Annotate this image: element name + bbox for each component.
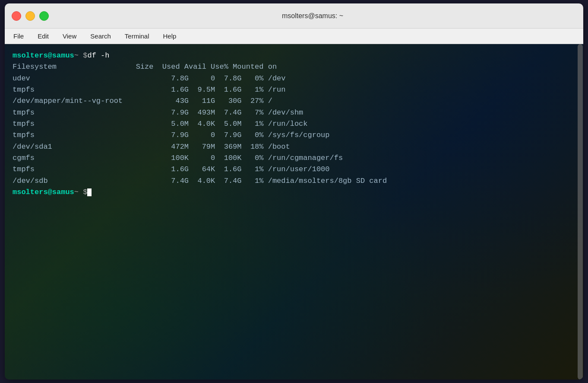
prompt-line-2: msolters@samus ~ $ <box>13 187 575 198</box>
titlebar: msolters@samus: ~ <box>5 3 583 29</box>
df-row: cgmfs 100K 0 100K 0% /run/cgmanager/fs <box>13 153 575 164</box>
df-row: tmpfs 7.9G 493M 7.4G 7% /dev/shm <box>13 107 575 118</box>
df-row: udev 7.8G 0 7.8G 0% /dev <box>13 73 575 84</box>
cursor <box>87 188 92 196</box>
df-row: tmpfs 7.9G 0 7.9G 0% /sys/fs/cgroup <box>13 130 575 141</box>
prompt-command-1: df -h <box>87 50 109 61</box>
menubar: File Edit View Search Terminal Help <box>5 29 583 44</box>
df-row: tmpfs 5.0M 4.0K 5.0M 1% /run/lock <box>13 118 575 130</box>
menu-edit[interactable]: Edit <box>36 32 51 41</box>
prompt-line-1: msolters@samus ~ $ df -h <box>13 50 575 61</box>
prompt-symbol-2: ~ $ <box>74 187 88 198</box>
df-row: tmpfs 1.6G 64K 1.6G 1% /run/user/1000 <box>13 164 575 175</box>
cursor-span <box>87 187 92 198</box>
terminal-content: msolters@samus ~ $ df -h Filesystem Size… <box>13 50 575 198</box>
terminal-body[interactable]: msolters@samus ~ $ df -h Filesystem Size… <box>5 44 583 380</box>
df-rows: udev 7.8G 0 7.8G 0% /devtmpfs 1.6G 9.5M … <box>13 73 575 187</box>
traffic-lights <box>12 11 49 21</box>
df-header: Filesystem Size Used Avail Use% Mounted … <box>13 61 575 73</box>
menu-view[interactable]: View <box>61 32 78 41</box>
menu-terminal[interactable]: Terminal <box>123 32 151 41</box>
terminal-window: msolters@samus: ~ File Edit View Search … <box>5 3 583 380</box>
maximize-button[interactable] <box>39 11 49 21</box>
window-title: msolters@samus: ~ <box>49 12 576 20</box>
scrollbar-track[interactable] <box>577 44 583 380</box>
prompt-user-1: msolters@samus <box>13 50 74 61</box>
df-row: /dev/mapper/mint--vg-root 43G 11G 30G 27… <box>13 96 575 107</box>
df-row: /dev/sdb 7.4G 4.0K 7.4G 1% /media/msolte… <box>13 176 575 187</box>
minimize-button[interactable] <box>25 11 35 21</box>
prompt-user-2: msolters@samus <box>13 187 74 198</box>
scrollbar-thumb[interactable] <box>578 44 583 380</box>
df-row: /dev/sda1 472M 79M 369M 18% /boot <box>13 141 575 153</box>
menu-file[interactable]: File <box>12 32 25 41</box>
close-button[interactable] <box>12 11 21 21</box>
menu-help[interactable]: Help <box>161 32 178 41</box>
df-row: tmpfs 1.6G 9.5M 1.6G 1% /run <box>13 84 575 96</box>
prompt-symbol-1: ~ $ <box>74 50 88 61</box>
menu-search[interactable]: Search <box>89 32 113 41</box>
